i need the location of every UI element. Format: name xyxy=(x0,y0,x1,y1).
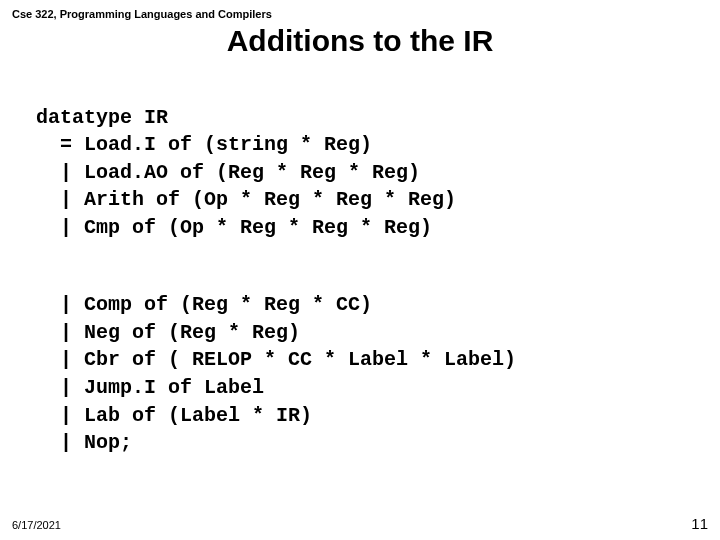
code-line: | Cmp of (Op * Reg * Reg * Reg) xyxy=(36,216,432,239)
code-line: | Nop; xyxy=(36,431,132,454)
page-number: 11 xyxy=(691,515,708,532)
footer: 6/17/2021 11 xyxy=(12,515,708,532)
code-line: | Cbr of ( RELOP * CC * Label * Label) xyxy=(36,348,516,371)
code-line: | Load.AO of (Reg * Reg * Reg) xyxy=(36,161,420,184)
course-label: Cse 322, Programming Languages and Compi… xyxy=(12,8,708,20)
footer-date: 6/17/2021 xyxy=(12,519,61,531)
code-line: datatype IR xyxy=(36,106,168,129)
code-line: | Lab of (Label * IR) xyxy=(36,404,312,427)
code-line: = Load.I of (string * Reg) xyxy=(36,133,372,156)
code-line: | Arith of (Op * Reg * Reg * Reg) xyxy=(36,188,456,211)
code-line: | Neg of (Reg * Reg) xyxy=(36,321,300,344)
slide-title: Additions to the IR xyxy=(12,24,708,58)
code-line: | Jump.I of Label xyxy=(36,376,264,399)
slide: Cse 322, Programming Languages and Compi… xyxy=(0,0,720,540)
code-block: datatype IR = Load.I of (string * Reg) |… xyxy=(12,76,708,484)
blank-line xyxy=(36,242,708,264)
code-line: | Comp of (Reg * Reg * CC) xyxy=(36,293,372,316)
